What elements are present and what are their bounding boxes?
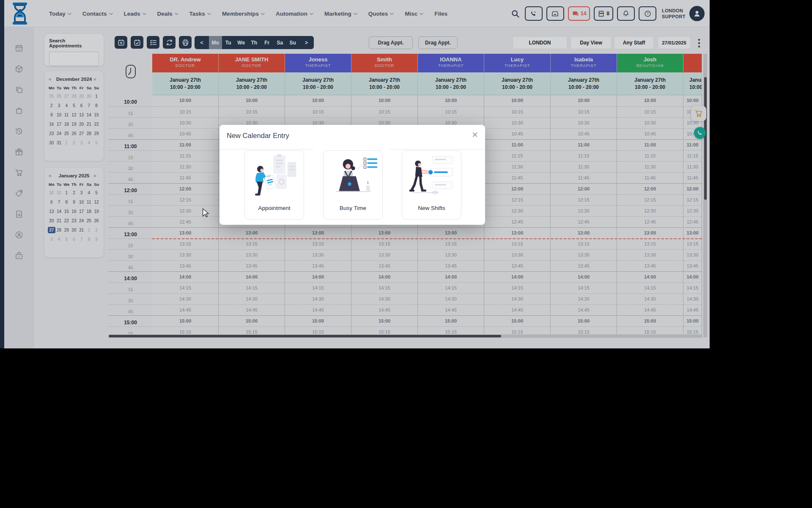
- new-shifts-illustration: [402, 151, 461, 201]
- modal-option-new-shifts[interactable]: New Shifts: [402, 150, 461, 220]
- new-calendar-entry-modal: New Calendar Entry ✕ Appointment Busy Ti…: [219, 125, 485, 225]
- mouse-cursor: [202, 208, 209, 219]
- modal-option-label: Appointment: [245, 205, 304, 211]
- modal-title: New Calendar Entry: [227, 132, 289, 140]
- modal-option-busy-time[interactable]: Busy Time: [323, 150, 383, 220]
- busy-time-illustration: [324, 151, 382, 201]
- modal-option-label: Busy Time: [324, 205, 382, 211]
- modal-option-appointment[interactable]: Appointment: [244, 150, 304, 220]
- appointment-illustration: [245, 151, 304, 201]
- modal-option-label: New Shifts: [402, 205, 461, 211]
- close-icon[interactable]: ✕: [472, 130, 478, 140]
- app-window: TodayContactsLeadsDealsTasksMembershipsA…: [0, 0, 710, 348]
